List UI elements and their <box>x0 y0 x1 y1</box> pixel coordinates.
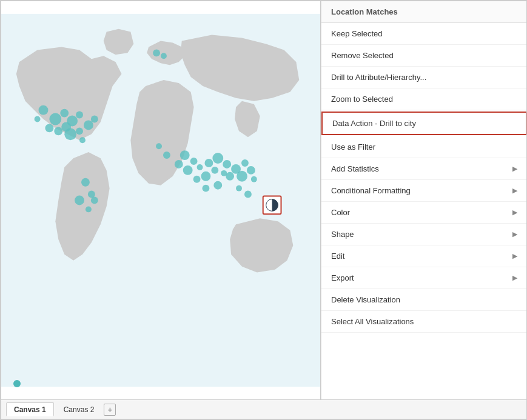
submenu-arrow-export: ▶ <box>512 274 517 282</box>
svg-point-27 <box>204 159 213 167</box>
svg-point-15 <box>81 178 90 187</box>
menu-item-label-drill-to-attribute: Drill to Attribute/Hierarchy... <box>331 73 426 82</box>
menu-item-label-location-matches: Location Matches <box>331 7 398 16</box>
legend-dot <box>13 380 21 387</box>
svg-point-45 <box>163 152 170 159</box>
submenu-arrow-color: ▶ <box>512 208 517 216</box>
svg-point-26 <box>197 164 203 170</box>
menu-item-edit[interactable]: Edit▶ <box>321 245 527 267</box>
svg-point-37 <box>247 166 255 175</box>
svg-point-24 <box>190 158 198 165</box>
map-area <box>1 1 321 399</box>
menu-item-label-select-all-visualizations: Select All Visualizations <box>331 317 414 326</box>
menu-item-label-remove-selected: Remove Selected <box>331 51 394 60</box>
svg-point-7 <box>54 127 62 135</box>
svg-point-32 <box>201 172 210 181</box>
menu-item-label-export: Export <box>331 273 354 282</box>
menu-item-location-matches: Location Matches <box>321 1 527 23</box>
svg-point-10 <box>35 116 41 122</box>
svg-point-9 <box>76 127 83 135</box>
menu-item-keep-selected[interactable]: Keep Selected <box>321 23 527 45</box>
svg-point-29 <box>211 167 218 174</box>
map-svg <box>1 1 320 399</box>
add-tab-button[interactable]: + <box>104 404 116 416</box>
menu-item-label-data-action-drill: Data Action - Drill to city <box>332 119 416 128</box>
svg-point-40 <box>202 185 209 192</box>
svg-point-1 <box>39 105 49 115</box>
menu-item-label-keep-selected: Keep Selected <box>331 29 383 38</box>
menu-item-shape[interactable]: Shape▶ <box>321 224 527 245</box>
menu-item-use-as-filter[interactable]: Use as Filter <box>321 136 527 158</box>
submenu-arrow-shape: ▶ <box>512 230 517 238</box>
submenu-arrow-edit: ▶ <box>512 252 517 260</box>
svg-point-8 <box>64 128 76 140</box>
submenu-arrow-conditional-formatting: ▶ <box>512 187 517 195</box>
svg-point-25 <box>183 165 193 175</box>
menu-item-zoom-to-selected[interactable]: Zoom to Selected <box>321 88 527 110</box>
svg-point-22 <box>180 150 190 160</box>
menu-item-export[interactable]: Export▶ <box>321 267 527 289</box>
svg-point-21 <box>161 53 167 59</box>
menu-item-label-shape: Shape <box>331 230 354 239</box>
menu-item-label-zoom-to-selected: Zoom to Selected <box>331 95 393 104</box>
svg-point-28 <box>212 153 223 164</box>
menu-item-label-conditional-formatting: Conditional Formatting <box>331 186 411 195</box>
svg-point-36 <box>241 159 249 167</box>
svg-point-34 <box>226 172 234 181</box>
menu-item-add-statistics[interactable]: Add Statistics▶ <box>321 158 527 180</box>
svg-point-33 <box>193 176 201 183</box>
svg-point-43 <box>244 191 252 198</box>
svg-point-44 <box>156 143 162 149</box>
svg-point-5 <box>76 112 83 119</box>
tab-bar: Canvas 1Canvas 2+ <box>1 399 527 419</box>
svg-point-23 <box>175 160 183 168</box>
svg-point-3 <box>60 109 69 118</box>
svg-point-42 <box>236 185 242 192</box>
menu-item-data-action-drill[interactable]: Data Action - Drill to city <box>321 112 527 135</box>
submenu-arrow-add-statistics: ▶ <box>512 165 517 173</box>
menu-item-label-use-as-filter: Use as Filter <box>331 142 375 152</box>
map-legend <box>13 380 24 387</box>
menu-item-drill-to-attribute[interactable]: Drill to Attribute/Hierarchy... <box>321 67 527 88</box>
svg-point-39 <box>251 176 257 182</box>
menu-item-conditional-formatting[interactable]: Conditional Formatting▶ <box>321 180 527 202</box>
main-area: Location MatchesKeep SelectedRemove Sele… <box>1 1 527 399</box>
menu-item-label-add-statistics: Add Statistics <box>331 164 379 173</box>
menu-item-remove-selected[interactable]: Remove Selected <box>321 45 527 67</box>
svg-point-11 <box>45 124 53 132</box>
menu-item-label-edit: Edit <box>331 252 344 261</box>
context-menu: Location MatchesKeep SelectedRemove Sele… <box>321 1 527 399</box>
svg-point-13 <box>91 116 98 123</box>
menu-item-label-color: Color <box>331 208 350 217</box>
svg-point-12 <box>84 121 93 130</box>
menu-item-select-all-visualizations[interactable]: Select All Visualizations <box>321 311 527 333</box>
svg-point-38 <box>237 171 247 182</box>
menu-item-color[interactable]: Color▶ <box>321 202 527 224</box>
menu-item-delete-visualization[interactable]: Delete Visualization <box>321 289 527 311</box>
svg-point-18 <box>86 206 92 212</box>
svg-point-17 <box>75 196 84 205</box>
svg-point-30 <box>223 160 231 168</box>
tab-canvas-1[interactable]: Canvas 1 <box>6 402 54 416</box>
menu-item-label-delete-visualization: Delete Visualization <box>331 295 400 304</box>
svg-point-14 <box>79 137 86 143</box>
svg-point-41 <box>213 181 222 190</box>
svg-point-2 <box>49 113 61 125</box>
svg-point-19 <box>91 197 98 204</box>
svg-point-20 <box>153 49 160 56</box>
tab-canvas-2[interactable]: Canvas 2 <box>56 403 102 416</box>
